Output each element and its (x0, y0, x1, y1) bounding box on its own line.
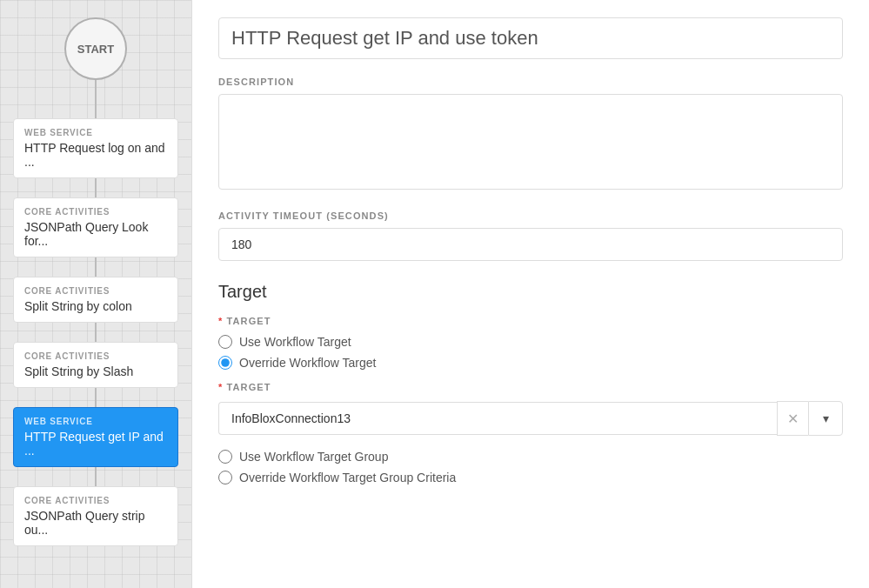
connector (95, 257, 97, 277)
right-panel: HTTP Request get IP and use token DESCRI… (191, 0, 869, 588)
dropdown-arrow-button[interactable]: ▾ (808, 401, 843, 436)
target-dropdown[interactable]: InfoBloxConnection13 (218, 402, 777, 435)
workflow-sidebar: START WEB SERVICE HTTP Request log on an… (0, 0, 191, 588)
card-core-2[interactable]: CORE ACTIVITIES Split String by colon (13, 277, 178, 323)
card-category: CORE ACTIVITIES (24, 351, 167, 361)
target-label: * TARGET (218, 316, 843, 326)
radio-input-override-workflow-target[interactable] (218, 356, 232, 370)
activity-name-field: HTTP Request get IP and use token (218, 17, 843, 59)
card-title: JSONPath Query strip ou... (24, 509, 167, 537)
radio-label-use-workflow-target: Use Workflow Target (239, 335, 351, 349)
connector (95, 467, 97, 486)
card-category: CORE ACTIVITIES (24, 286, 167, 296)
connector (95, 80, 97, 99)
description-textarea[interactable] (218, 94, 843, 190)
target-section-title: Target (218, 282, 843, 302)
connector (95, 178, 97, 197)
radio-override-workflow-target-group-criteria[interactable]: Override Workflow Target Group Criteria (218, 471, 843, 484)
target-dropdown-row: InfoBloxConnection13 ✕ ▾ (218, 401, 843, 436)
radio-label-override-workflow-target-group-criteria: Override Workflow Target Group Criteria (239, 471, 456, 484)
card-category: CORE ACTIVITIES (24, 496, 167, 505)
radio-input-use-workflow-target[interactable] (218, 335, 232, 349)
dropdown-clear-button[interactable]: ✕ (777, 401, 808, 436)
activity-timeout-input[interactable] (218, 228, 843, 261)
description-label: DESCRIPTION (218, 77, 843, 87)
card-core-3[interactable]: CORE ACTIVITIES Split String by Slash (13, 342, 178, 388)
connector (95, 388, 97, 407)
card-title: HTTP Request log on and ... (24, 141, 167, 169)
radio-label-override-workflow-target: Override Workflow Target (239, 356, 376, 370)
nested-target-label: * TARGET (218, 382, 843, 392)
start-node: START (64, 17, 127, 80)
nested-required-star: * (218, 382, 227, 392)
activity-timeout-label: ACTIVITY TIMEOUT (SECONDS) (218, 210, 843, 221)
radio-use-workflow-target-group[interactable]: Use Workflow Target Group (218, 450, 843, 464)
target-group-radio-group: Use Workflow Target Group Override Workf… (218, 450, 843, 484)
card-category: WEB SERVICE (24, 417, 167, 426)
card-core-1[interactable]: CORE ACTIVITIES JSONPath Query Look for.… (13, 197, 178, 257)
card-core-4[interactable]: CORE ACTIVITIES JSONPath Query strip ou.… (13, 486, 178, 546)
card-title: Split String by colon (24, 299, 167, 313)
radio-override-workflow-target[interactable]: Override Workflow Target (218, 356, 843, 370)
connector (95, 99, 97, 118)
radio-use-workflow-target[interactable]: Use Workflow Target (218, 335, 843, 349)
connector (95, 323, 97, 342)
radio-input-use-workflow-target-group[interactable] (218, 450, 232, 464)
card-web-service-1[interactable]: WEB SERVICE HTTP Request log on and ... (13, 118, 178, 178)
card-category: CORE ACTIVITIES (24, 207, 167, 217)
card-title: HTTP Request get IP and ... (24, 430, 167, 458)
required-star: * (218, 316, 227, 326)
target-radio-group: Use Workflow Target Override Workflow Ta… (218, 335, 843, 370)
radio-input-override-workflow-target-group-criteria[interactable] (218, 471, 232, 484)
card-title: Split String by Slash (24, 364, 167, 378)
card-title: JSONPath Query Look for... (24, 220, 167, 248)
radio-label-use-workflow-target-group: Use Workflow Target Group (239, 450, 388, 464)
card-web-service-2[interactable]: WEB SERVICE HTTP Request get IP and ... (13, 407, 178, 467)
card-category: WEB SERVICE (24, 128, 167, 137)
